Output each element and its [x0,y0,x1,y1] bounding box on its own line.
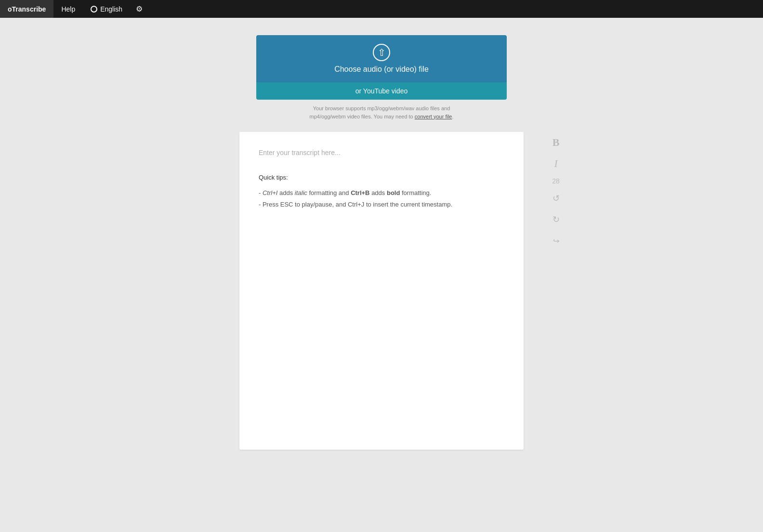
navbar: oTranscribe Help English ⚙ [0,0,763,18]
editor-container: Enter your transcript here... Quick tips… [0,132,763,450]
choose-file-button[interactable]: ⇧ Choose audio (or video) file [256,35,507,82]
globe-icon [91,6,97,13]
quick-tips-title: Quick tips: [259,172,504,183]
export-button[interactable]: ↪ [547,232,565,249]
word-count: 28 [552,177,560,185]
nav-settings[interactable]: ⚙ [130,0,148,18]
choose-file-label: Choose audio (or video) file [334,65,429,74]
bold-button[interactable]: B [547,134,565,151]
upload-icon: ⇧ [373,44,390,61]
tip1-ctrl-b: Ctrl+B [351,189,369,196]
tip1: - Ctrl+I adds italic formatting and Ctrl… [259,188,504,198]
undo-button[interactable]: ↺ [547,190,565,207]
nav-help[interactable]: Help [53,0,83,18]
tip1-ctrl-i: Ctrl+I [263,189,277,196]
youtube-button[interactable]: or YouTube video [256,82,507,100]
transcript-editor[interactable]: Enter your transcript here... Quick tips… [239,132,524,450]
quick-tips: Quick tips: - Ctrl+I adds italic formatt… [259,172,504,210]
transcript-placeholder: Enter your transcript here... [259,147,504,159]
redo-button[interactable]: ↻ [547,211,565,228]
tip2: - Press ESC to play/pause, and Ctrl+J to… [259,199,504,210]
upload-area: ⇧ Choose audio (or video) file or YouTub… [256,35,507,120]
nav-language-label: English [100,5,122,13]
italic-button[interactable]: I [547,155,565,172]
nav-language[interactable]: English [83,0,130,18]
convert-file-link[interactable]: convert your file [415,114,452,119]
browser-support-text: Your browser supports mp3/ogg/webm/wav a… [309,104,454,120]
tip1-bold-word: bold [387,189,400,196]
main-content: ⇧ Choose audio (or video) file or YouTub… [0,18,763,450]
sidebar-toolbar: B I 28 ↺ ↻ ↪ [547,132,565,249]
tip1-italic-word: italic [295,189,307,196]
nav-brand[interactable]: oTranscribe [0,0,53,18]
